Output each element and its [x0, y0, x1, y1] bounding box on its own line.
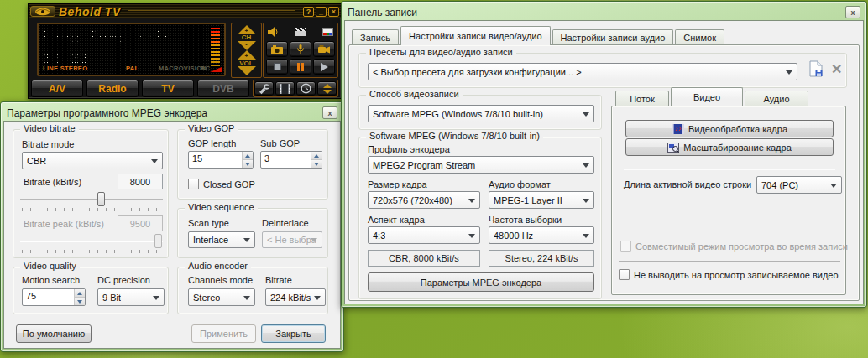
spin-down-button[interactable] [243, 159, 253, 168]
display-mode-icon[interactable] [322, 28, 333, 36]
stop-icon [274, 63, 281, 70]
dc-precision-label: DC precision [97, 275, 150, 285]
expand-collapse-button[interactable] [317, 81, 337, 96]
settings-button[interactable] [254, 81, 274, 96]
bitrate-value: 8000 [118, 174, 163, 189]
motion-search-spinner[interactable]: 75 [22, 288, 86, 306]
tv-mode-button[interactable]: TV [142, 80, 194, 97]
no-preview-label[interactable]: Не выводить на просмотр записываемое вид… [634, 270, 839, 280]
video-files-button[interactable] [275, 81, 295, 96]
spin-down-button[interactable] [311, 159, 322, 168]
bitrate-slider-thumb[interactable] [97, 192, 105, 206]
tab-video-audio-settings[interactable]: Настройки записи видео/аудио [400, 26, 550, 45]
subtab-video[interactable]: Видео [671, 87, 743, 106]
close-button[interactable]: × [328, 7, 339, 17]
close-icon[interactable]: x [845, 6, 860, 18]
tab-record[interactable]: Запись [352, 29, 399, 45]
mpeg-encoder-dialog: Параметры программного MPEG энкодера x V… [0, 101, 344, 352]
frame-size-label: Размер кадра [368, 179, 427, 189]
speaker-icon[interactable] [268, 27, 279, 37]
record-panel-window: Панель записи x Запись Настройки записи … [341, 1, 867, 308]
spin-up-button[interactable] [311, 152, 322, 159]
stop-button[interactable] [266, 59, 288, 75]
vol-label: VOL [239, 60, 253, 66]
volume-up-button[interactable]: + [238, 50, 256, 60]
tab-snapshot[interactable]: Снимок [675, 29, 724, 45]
video-processing-button[interactable]: Видеообработка кадра [625, 120, 834, 137]
defaults-button[interactable]: По умолчанию [16, 324, 92, 343]
mode-button-row: A/V Radio TV DVB [31, 80, 338, 97]
behold-body: Вход Composite 10:22 LINE STEREO PAL MAC… [29, 18, 341, 98]
status-line-stereo: LINE STEREO [43, 65, 87, 72]
aspect-combo[interactable]: 4:3 [368, 226, 480, 244]
channel-down-button[interactable]: - [238, 41, 256, 50]
frame-size-combo[interactable]: 720x576 (720x480) [368, 191, 480, 209]
bitrate-mode-label: Bitrate mode [22, 139, 74, 149]
video-bitrate-group: Video bitrate Bitrate mode CBR Bitrate (… [13, 129, 169, 258]
spin-up-button[interactable] [75, 289, 85, 297]
active-line-length-combo[interactable]: 704 (PC) [756, 176, 842, 194]
spin-up-button[interactable] [243, 152, 253, 159]
video-record-button[interactable] [313, 41, 335, 57]
record-method-combo[interactable]: Software MPEG (Windows 7/8/10 built-in) [368, 105, 594, 122]
scan-type-combo[interactable]: Interlace [188, 231, 255, 248]
sub-tab-row: Поток Видео Аудио [615, 88, 810, 106]
radio-mode-button[interactable]: Radio [86, 80, 139, 97]
subtab-audio[interactable]: Аудио [745, 91, 808, 106]
scheduler-button[interactable] [296, 81, 316, 96]
preset-combo[interactable]: < Выбор пресета для загрузки конфигураци… [368, 63, 797, 80]
channel-up-button[interactable]: + [238, 25, 256, 34]
spin-down-button[interactable] [75, 297, 85, 305]
video-quality-group: Video quality Motion search 75 DC precis… [13, 267, 169, 314]
record-buttons-grid [266, 41, 335, 75]
sample-rate-combo[interactable]: 48000 Hz [489, 226, 594, 244]
audio-bitrate-info: Stereo, 224 kBit/s [489, 250, 594, 267]
audio-record-button[interactable] [290, 41, 311, 57]
sample-rate-label: Частота выборки [489, 215, 562, 225]
volume-down-button[interactable]: - [238, 66, 256, 75]
utility-button-box [253, 80, 338, 97]
mpeg-dialog-titlebar[interactable]: Параметры программного MPEG энкодера x [3, 105, 341, 121]
frame-scaling-button[interactable]: Масштабирование кадра [625, 138, 834, 156]
audio-format-combo[interactable]: MPEG-1 Layer II [489, 191, 594, 209]
chevron-down-icon [311, 238, 317, 242]
status-macrovision: MACROVISION [159, 65, 207, 72]
bitrate-mode-combo[interactable]: CBR [22, 152, 163, 169]
dc-precision-combo[interactable]: 9 Bit [97, 288, 165, 306]
closed-gop-label[interactable]: Closed GOP [203, 179, 255, 189]
help-button[interactable]: ? [303, 7, 314, 17]
record-panel-client: Запись Настройки записи видео/аудио Наст… [344, 20, 864, 304]
av-mode-button[interactable]: A/V [31, 80, 83, 97]
closed-gop-checkbox[interactable] [188, 179, 199, 189]
audio-bitrate-combo[interactable]: 224 kBit/s [265, 288, 326, 306]
pause-button[interactable] [290, 59, 311, 75]
minimize-button[interactable]: _ [316, 7, 327, 17]
encoder-profile-combo[interactable]: MPEG2 Program Stream [368, 156, 594, 174]
dvb-mode-button[interactable]: DVB [197, 80, 249, 97]
chevron-down-icon [153, 296, 159, 300]
gop-length-spinner[interactable]: 15 [188, 151, 254, 169]
chevron-down-icon [243, 296, 250, 300]
snapshot-button[interactable] [266, 41, 288, 57]
mpeg-params-button[interactable]: Параметры MPEG энкодера [368, 272, 594, 292]
play-button[interactable] [313, 59, 335, 75]
chevron-down-icon [830, 184, 837, 188]
deinterlace-label: Deinterlace [262, 218, 309, 228]
sub-gop-label: Sub GOP [260, 138, 300, 148]
no-preview-checkbox[interactable] [619, 269, 630, 280]
tab-audio-settings[interactable]: Настройки записи аудио [552, 29, 674, 45]
save-preset-icon[interactable] [809, 60, 824, 77]
delete-preset-icon[interactable]: ✕ [831, 61, 842, 77]
ch-label: CH [242, 34, 252, 40]
channels-mode-combo[interactable]: Stereo [188, 288, 255, 306]
bitrate-slider[interactable] [20, 192, 163, 206]
record-panel-titlebar[interactable]: Панель записи x [344, 4, 864, 20]
clapperboard-icon[interactable] [295, 28, 306, 36]
close-button[interactable]: Закрыть [261, 324, 326, 343]
subtab-stream[interactable]: Поток [615, 91, 669, 106]
close-icon[interactable]: x [322, 106, 337, 119]
sub-gop-spinner[interactable]: 3 [260, 151, 322, 169]
compat-mode-checkbox [620, 241, 631, 252]
behold-titlebar[interactable]: Behold TV ? _ × [29, 4, 341, 18]
bitrate-label: Bitrate (kBit/s) [24, 177, 81, 187]
